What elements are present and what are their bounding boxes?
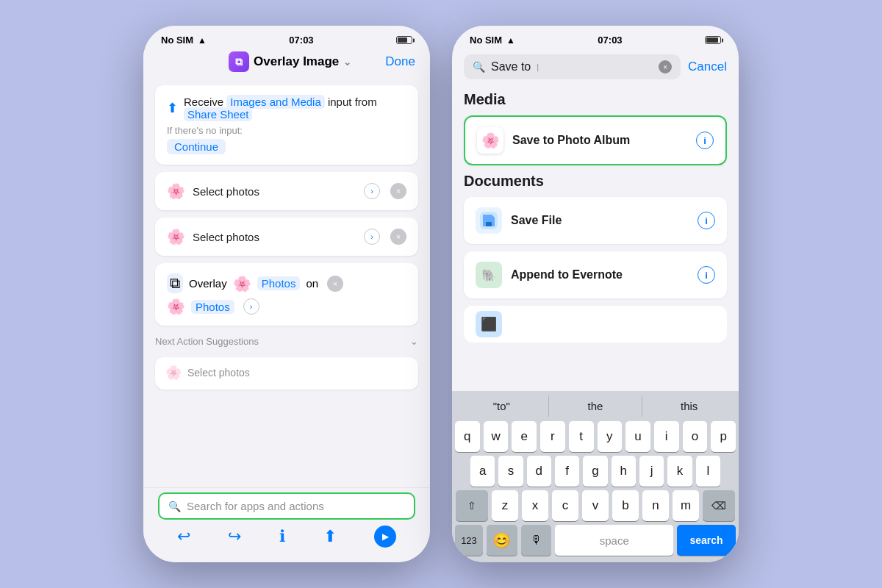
search-input-box[interactable]: 🔍 Search for apps and actions	[158, 492, 415, 520]
keyboard-row-3: ⇧ z x c v b n m ⌫	[455, 490, 736, 521]
overlay-icon: ⧉	[167, 273, 183, 293]
right-search-box[interactable]: 🔍 Save to | ×	[464, 54, 681, 79]
right-phone: No SIM ▲ 07:03 🔍 Save to | × Cancel Medi…	[452, 26, 739, 562]
numbers-key[interactable]: 123	[455, 525, 483, 556]
mic-key[interactable]: 🎙	[521, 525, 552, 556]
save-file-item[interactable]: Save File i	[464, 197, 727, 244]
key-t[interactable]: t	[569, 421, 594, 452]
left-phone: No SIM ▲ 07:03 ⧉ Overlay Image ⌄ Done ⬆	[143, 26, 430, 562]
key-a[interactable]: a	[470, 456, 495, 487]
save-file-label: Save File	[511, 214, 689, 227]
right-battery-icon	[705, 36, 721, 44]
photos-icon-4: 🌸	[167, 298, 185, 315]
search-key[interactable]: search	[677, 525, 736, 556]
documents-section-header: Documents	[464, 173, 727, 190]
overlay-card: ⧉ Overlay 🌸 Photos on × 🌸 Photos ›	[155, 263, 418, 326]
keyboard-row-2: a s d f g h j k l	[455, 456, 736, 487]
key-j[interactable]: j	[639, 456, 664, 487]
receive-label: Receive	[184, 96, 226, 108]
nav-title: ⧉ Overlay Image ⌄	[229, 51, 351, 72]
right-carrier-label: No SIM	[470, 35, 502, 46]
photos-icon-1: 🌸	[167, 182, 185, 200]
key-q[interactable]: q	[455, 421, 480, 452]
undo-button[interactable]: ↩	[177, 527, 190, 546]
receive-text: Receive Images and Media input from Shar…	[184, 96, 406, 121]
select-photos-1-chevron[interactable]: ›	[364, 183, 380, 199]
key-u[interactable]: u	[625, 421, 650, 452]
key-b[interactable]: b	[612, 490, 639, 521]
select-photos-2-chevron[interactable]: ›	[364, 229, 380, 245]
share-sheet-label[interactable]: Share Sheet	[184, 107, 252, 121]
key-n[interactable]: n	[642, 490, 669, 521]
key-o[interactable]: o	[683, 421, 708, 452]
select-photos-1-label: Select photos	[193, 185, 356, 198]
keyboard-row-1: q w e r t y u i o p	[455, 421, 736, 452]
key-f[interactable]: f	[555, 456, 579, 487]
key-m[interactable]: m	[673, 490, 699, 521]
suggestion-the[interactable]: the	[549, 395, 643, 417]
left-scroll-area: ⬆ Receive Images and Media input from Sh…	[143, 78, 430, 487]
cancel-button[interactable]: Cancel	[688, 60, 727, 74]
space-key[interactable]: space	[555, 525, 673, 556]
search-icon: 🔍	[168, 501, 181, 512]
key-r[interactable]: r	[540, 421, 565, 452]
evernote-icon: 🐘	[476, 262, 502, 288]
overlay-app-icon: ⧉	[229, 51, 249, 72]
append-to-evernote-item[interactable]: 🐘 Append to Evernote i	[464, 251, 727, 298]
key-c[interactable]: c	[552, 490, 578, 521]
done-button[interactable]: Done	[385, 54, 415, 69]
save-file-info[interactable]: i	[698, 212, 715, 229]
photos-blue-label-2[interactable]: Photos	[191, 300, 234, 314]
save-file-icon	[476, 207, 502, 234]
play-button[interactable]: ▶	[374, 526, 396, 548]
left-toolbar: ↩ ↪ ℹ ⬆ ▶	[158, 526, 415, 548]
select-photos-2-close[interactable]: ×	[390, 229, 406, 245]
key-e[interactable]: e	[512, 421, 537, 452]
redo-button[interactable]: ↪	[228, 527, 241, 546]
info-button[interactable]: ℹ	[279, 527, 285, 546]
key-d[interactable]: d	[527, 456, 551, 487]
append-to-evernote-label: Append to Evernote	[511, 268, 689, 282]
suggestion-this[interactable]: this	[642, 395, 736, 417]
key-s[interactable]: s	[498, 456, 523, 487]
key-w[interactable]: w	[484, 421, 509, 452]
search-placeholder: Search for apps and actions	[187, 500, 324, 512]
key-y[interactable]: y	[598, 421, 623, 452]
battery-icon	[396, 36, 412, 44]
partial-icon: ⬛	[476, 311, 502, 337]
right-time-label: 07:03	[598, 35, 622, 46]
photos-blue-label-1[interactable]: Photos	[257, 276, 301, 290]
search-clear-button[interactable]: ×	[659, 60, 672, 74]
key-p[interactable]: p	[711, 421, 736, 452]
key-g[interactable]: g	[583, 456, 607, 487]
time-label: 07:03	[289, 35, 313, 46]
suggestions-preview: 🌸 Select photos	[155, 357, 418, 390]
key-h[interactable]: h	[612, 456, 636, 487]
overlay-chevron[interactable]: ›	[243, 298, 259, 315]
svg-rect-1	[486, 222, 492, 226]
key-i[interactable]: i	[654, 421, 679, 452]
key-k[interactable]: k	[667, 456, 692, 487]
append-to-evernote-info[interactable]: i	[698, 266, 715, 284]
save-to-photo-album-info[interactable]: i	[696, 132, 714, 149]
key-v[interactable]: v	[582, 490, 609, 521]
overlay-close[interactable]: ×	[327, 276, 343, 292]
app-icon-symbol: ⧉	[235, 56, 243, 68]
key-z[interactable]: z	[492, 490, 518, 521]
emoji-key[interactable]: 😊	[487, 525, 517, 556]
receive-card: ⬆ Receive Images and Media input from Sh…	[155, 85, 418, 165]
photos-icon-3: 🌸	[233, 275, 251, 293]
shift-key[interactable]: ⇧	[456, 490, 488, 521]
suggestions-header: Next Action Suggestions ⌄	[155, 333, 418, 350]
suggestions-chevron-icon[interactable]: ⌄	[410, 336, 418, 347]
delete-key[interactable]: ⌫	[703, 490, 735, 521]
suggestion-to[interactable]: "to"	[455, 395, 549, 417]
save-to-photo-album-item[interactable]: 🌸 Save to Photo Album i	[464, 115, 727, 165]
select-photos-1-close[interactable]: ×	[390, 183, 406, 199]
right-status-bar: No SIM ▲ 07:03	[452, 26, 739, 49]
key-l[interactable]: l	[696, 456, 720, 487]
continue-badge[interactable]: Continue	[167, 139, 226, 154]
battery-fill	[398, 37, 408, 43]
share-button[interactable]: ⬆	[323, 527, 337, 546]
key-x[interactable]: x	[522, 490, 548, 521]
